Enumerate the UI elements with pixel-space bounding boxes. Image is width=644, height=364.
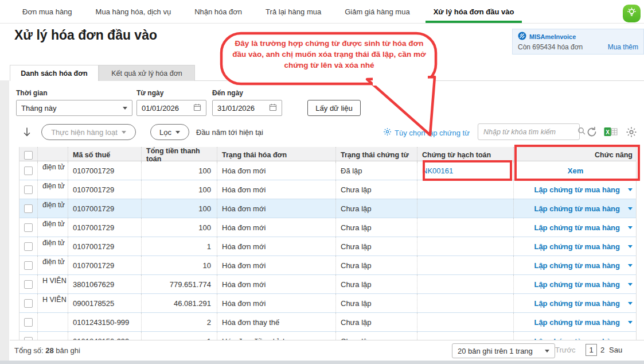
filter-label: Lọc bbox=[159, 128, 171, 137]
tab-processing-result[interactable]: Kết quả xử lý hóa đơn bbox=[99, 65, 195, 81]
search-input[interactable] bbox=[483, 128, 577, 136]
cell-tax-code: 0107001729 bbox=[68, 218, 142, 237]
search-box[interactable] bbox=[478, 123, 580, 140]
page-number-2[interactable]: 2 bbox=[600, 346, 604, 354]
create-document-link[interactable]: Lập chứng từ mua hàng bbox=[534, 204, 620, 213]
create-document-link[interactable]: Lập chứng từ mua hàng bbox=[534, 261, 620, 270]
cell-invoice-type bbox=[38, 313, 68, 331]
create-document-link[interactable]: Lập chứng từ mua hàng bbox=[534, 185, 620, 194]
row-checkbox[interactable] bbox=[24, 223, 33, 232]
cell-tax-code: 3801067629 bbox=[68, 275, 142, 293]
cell-total-amount: 2 bbox=[142, 313, 217, 331]
nav-item-5[interactable]: Xử lý hóa đơn đầu vào bbox=[426, 0, 522, 23]
col-header-7: Chức năng bbox=[514, 147, 637, 163]
prev-page-button[interactable]: Trước bbox=[555, 346, 576, 354]
cell-tax-code: 0101243150-999 bbox=[68, 313, 142, 331]
assistant-button[interactable] bbox=[623, 5, 641, 22]
nav-item-2[interactable]: Nhận hóa đơn bbox=[186, 0, 250, 23]
row-checkbox[interactable] bbox=[24, 204, 33, 213]
chevron-down-icon[interactable] bbox=[628, 302, 633, 305]
chevron-down-icon[interactable] bbox=[628, 226, 633, 229]
view-link[interactable]: Xem bbox=[568, 166, 583, 175]
cell-document-status: Chưa lập bbox=[336, 218, 417, 237]
page-number-1[interactable]: 1 bbox=[586, 344, 597, 356]
period-text: Đầu năm tới hiện tại bbox=[196, 128, 263, 137]
chevron-down-icon[interactable] bbox=[628, 283, 633, 286]
get-data-button[interactable]: Lấy dữ liệu bbox=[307, 100, 361, 116]
chevron-down-icon[interactable] bbox=[628, 207, 633, 210]
svg-text:X: X bbox=[606, 129, 610, 135]
cell-action: Lập chứng từ mua hàng bbox=[514, 313, 637, 331]
nav-item-3[interactable]: Trả lại hàng mua bbox=[257, 0, 329, 23]
row-checkbox[interactable] bbox=[24, 261, 33, 270]
document-ref-link[interactable]: NK00161 bbox=[422, 166, 453, 175]
col-header-3: Tổng tiền thanh toán bbox=[142, 147, 217, 163]
nav-item-4[interactable]: Giảm giá hàng mua bbox=[337, 0, 417, 23]
chevron-down-icon[interactable] bbox=[628, 245, 633, 248]
from-date-input[interactable]: 01/01/2026 bbox=[136, 100, 206, 116]
next-page-button[interactable]: Sau bbox=[609, 346, 622, 354]
bulk-action-label: Thực hiện hàng loạt bbox=[51, 128, 118, 137]
cell-checkbox bbox=[19, 275, 38, 293]
table-row: điện tử0107001729100Hóa đơn mớiChưa lậpL… bbox=[19, 199, 636, 218]
select-all-checkbox[interactable] bbox=[24, 151, 33, 160]
chevron-down-icon[interactable] bbox=[628, 188, 633, 191]
cell-checkbox bbox=[19, 180, 38, 199]
nav-item-1[interactable]: Mua hàng hóa, dịch vụ bbox=[88, 0, 179, 23]
nav-item-0[interactable]: Đơn mua hàng bbox=[14, 0, 80, 23]
create-document-link[interactable]: Lập chứng từ mua hàng bbox=[534, 299, 620, 308]
create-document-link[interactable]: Lập chứng từ mua hàng bbox=[534, 280, 620, 289]
search-icon[interactable] bbox=[577, 126, 586, 138]
total-suffix: bản ghi bbox=[56, 346, 80, 355]
cell-document-ref bbox=[417, 332, 514, 340]
cell-invoice-status: Hóa đơn mới bbox=[217, 275, 336, 293]
tab-invoice-list[interactable]: Danh sách hóa đơn bbox=[10, 65, 99, 81]
cell-total-amount: 100 bbox=[142, 161, 217, 180]
cell-invoice-type: điện tử bbox=[38, 237, 68, 255]
excel-icon[interactable]: X bbox=[604, 127, 618, 139]
chevron-down-icon[interactable] bbox=[628, 321, 633, 324]
annotation-bubble-text: Đây là trường hợp chứng từ được sinh từ … bbox=[231, 38, 428, 71]
calendar-icon[interactable] bbox=[269, 103, 277, 113]
row-checkbox[interactable] bbox=[24, 185, 33, 194]
cell-invoice-type bbox=[38, 332, 68, 340]
buy-more-link[interactable]: Mua thêm bbox=[608, 43, 638, 51]
create-document-link[interactable]: Lập chứng từ mua hàng bbox=[534, 318, 620, 327]
time-range-value: Tháng này bbox=[21, 104, 123, 113]
table-row: điện tử0107001729100Hóa đơn mớiĐã lậpNK0… bbox=[19, 161, 636, 180]
cell-total-amount: 1 bbox=[142, 332, 217, 340]
col-header-4: Trạng thái hóa đơn bbox=[217, 147, 336, 163]
to-date-label: Đến ngày bbox=[212, 89, 243, 97]
cell-action: Lập chứng từ mua hàng bbox=[514, 256, 637, 274]
table-row: điện tử01070017291Hóa đơn mớiChưa lậpLập… bbox=[19, 237, 636, 256]
filter-button[interactable]: Lọc bbox=[150, 124, 189, 140]
cell-total-amount: 100 bbox=[142, 180, 217, 199]
to-date-input[interactable]: 31/01/2026 bbox=[212, 100, 282, 116]
table-row: điện tử0107001729100Hóa đơn mớiChưa lậpL… bbox=[19, 218, 636, 237]
document-options-link[interactable]: Tùy chọn lập chứng từ bbox=[383, 127, 470, 138]
row-checkbox[interactable] bbox=[24, 280, 33, 289]
create-document-link[interactable]: Lập chứng từ mua hàng bbox=[534, 223, 620, 232]
create-document-link[interactable]: Lập chứng từ mua hàng bbox=[534, 242, 620, 251]
cell-invoice-status: Hóa đơn mới bbox=[217, 199, 336, 218]
calendar-icon[interactable] bbox=[193, 103, 201, 113]
chevron-down-icon[interactable] bbox=[628, 264, 633, 267]
cell-document-ref bbox=[417, 313, 514, 331]
page-title: Xử lý hóa đơn đầu vào bbox=[14, 28, 157, 43]
refresh-icon[interactable] bbox=[586, 126, 598, 141]
row-checkbox[interactable] bbox=[24, 299, 33, 308]
gear-icon[interactable] bbox=[626, 126, 637, 140]
cell-document-ref: NK00161 bbox=[417, 161, 514, 180]
cell-document-status: Chưa lập bbox=[336, 332, 417, 340]
row-checkbox[interactable] bbox=[24, 166, 33, 175]
page-size-select[interactable]: 20 bản ghi trên 1 trang bbox=[452, 343, 555, 358]
table-row: 0101243150-9991Hóa đơn điều chỉnhChưa lậ… bbox=[19, 332, 636, 340]
download-arrow-icon[interactable] bbox=[22, 127, 32, 141]
cell-tax-code: 0107001729 bbox=[68, 161, 142, 180]
cell-tax-code: 0107001729 bbox=[68, 199, 142, 218]
bulk-action-button[interactable]: Thực hiện hàng loạt bbox=[41, 124, 136, 140]
row-checkbox[interactable] bbox=[24, 242, 33, 251]
invoice-table: Mã số thuếTổng tiền thanh toánTrạng thái… bbox=[19, 147, 637, 340]
time-range-select[interactable]: Tháng này bbox=[16, 100, 132, 116]
row-checkbox[interactable] bbox=[24, 318, 33, 327]
